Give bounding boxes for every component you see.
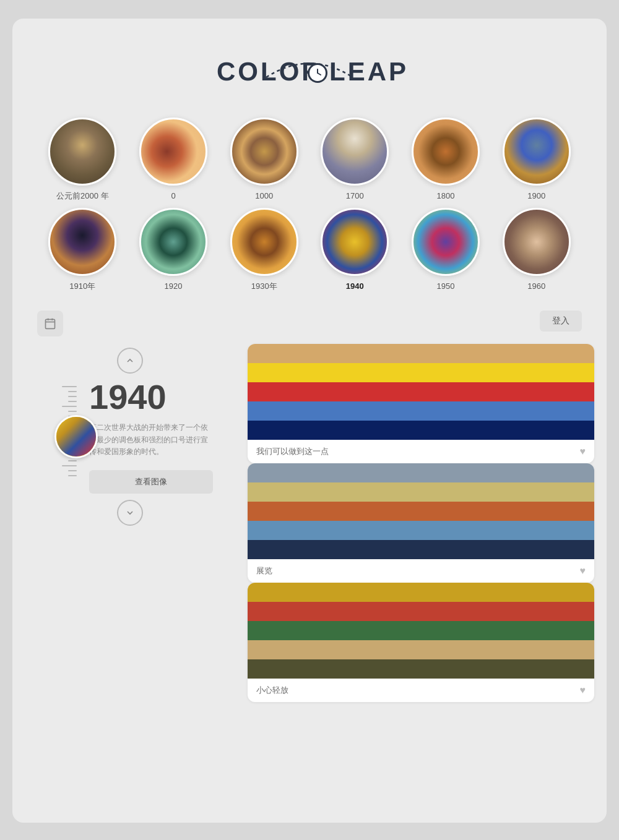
logo-container: COLOR LEAP xyxy=(204,43,415,93)
color-strip-palette2-3 xyxy=(248,521,594,540)
palette-footer-palette3: 小心轻放♥ xyxy=(248,679,594,702)
era-circle-1700 xyxy=(321,118,389,186)
era-item-0[interactable]: 0 xyxy=(128,118,219,202)
era-circle-1940 xyxy=(321,208,389,276)
ruler-tick xyxy=(68,396,77,397)
ruler-tick xyxy=(68,470,77,471)
calendar-button[interactable] xyxy=(37,311,63,336)
era-item-1700[interactable]: 1700 xyxy=(310,118,400,202)
palette-name-palette1: 我们可以做到这一点 xyxy=(256,446,329,457)
era-item-1940[interactable]: 1940 xyxy=(310,208,400,292)
palette-name-palette3: 小心轻放 xyxy=(256,685,288,696)
era-label-ancient: 公元前2000 年 xyxy=(56,191,109,202)
era-circle-1900 xyxy=(503,118,571,186)
color-strip-palette3-0 xyxy=(248,583,594,602)
left-panel: 1940 第二次世界大战的开始带来了一个依赖最少的调色板和强烈的口号进行宣传和爱… xyxy=(25,311,235,702)
ruler-tick xyxy=(62,406,77,407)
era-label-1900: 1900 xyxy=(527,191,545,202)
color-strip-palette1-0 xyxy=(248,344,594,363)
era-circle-1000 xyxy=(230,118,298,186)
heart-icon-palette2[interactable]: ♥ xyxy=(580,565,586,576)
ruler-tick xyxy=(68,475,77,476)
color-strip-palette1-4 xyxy=(248,421,594,440)
palette-card-palette1: 我们可以做到这一点♥ xyxy=(248,344,594,463)
timeline-content: 1940 第二次世界大战的开始带来了一个依赖最少的调色板和强烈的口号进行宣传和爱… xyxy=(89,380,213,494)
ruler-tick xyxy=(68,391,77,392)
palette-strips-palette3 xyxy=(248,583,594,679)
svg-text:LEAP: LEAP xyxy=(329,57,409,86)
bottom-section: 1940 第二次世界大战的开始带来了一个依赖最少的调色板和强烈的口号进行宣传和爱… xyxy=(12,292,607,702)
era-label-1930: 1930年 xyxy=(251,281,277,292)
era-label-1800: 1800 xyxy=(437,191,455,202)
color-strip-palette3-3 xyxy=(248,640,594,659)
svg-text:COLOR: COLOR xyxy=(217,57,323,86)
era-circle-1910 xyxy=(48,208,116,276)
era-label-1940: 1940 xyxy=(346,281,364,292)
timeline-center: 1940 第二次世界大战的开始带来了一个依赖最少的调色板和强烈的口号进行宣传和爱… xyxy=(25,380,235,494)
color-strip-palette3-4 xyxy=(248,659,594,679)
era-label-1910: 1910年 xyxy=(69,281,95,292)
color-strip-palette3-2 xyxy=(248,621,594,640)
era-label-1950: 1950 xyxy=(437,281,455,292)
era-circle-1930 xyxy=(230,208,298,276)
timeline-nav-down-button[interactable] xyxy=(117,500,143,526)
heart-icon-palette3[interactable]: ♥ xyxy=(580,685,586,696)
era-label-0: 0 xyxy=(171,191,175,202)
color-strip-palette1-2 xyxy=(248,382,594,401)
right-panel: 登入 我们可以做到这一点♥展览♥小心轻放♥ xyxy=(235,311,594,702)
heart-icon-palette1[interactable]: ♥ xyxy=(580,446,586,457)
ruler-tick xyxy=(62,465,77,466)
era-circle-ancient xyxy=(48,118,116,186)
timeline-area: 1940 第二次世界大战的开始带来了一个依赖最少的调色板和强烈的口号进行宣传和爱… xyxy=(25,348,235,526)
era-item-1900[interactable]: 1900 xyxy=(491,118,582,202)
timeline-year: 1940 xyxy=(89,380,213,414)
color-strip-palette2-4 xyxy=(248,540,594,559)
era-label-1000: 1000 xyxy=(255,191,273,202)
era-circle-1920 xyxy=(139,208,207,276)
logo-svg: COLOR LEAP xyxy=(204,43,415,93)
palette-name-palette2: 展览 xyxy=(256,565,272,576)
era-label-1920: 1920 xyxy=(165,281,183,292)
palette-cards-container: 我们可以做到这一点♥展览♥小心轻放♥ xyxy=(248,311,594,702)
era-item-1800[interactable]: 1800 xyxy=(400,118,491,202)
era-item-1000[interactable]: 1000 xyxy=(219,118,310,202)
era-circle-0 xyxy=(139,118,207,186)
era-item-1920[interactable]: 1920 xyxy=(128,208,219,292)
era-label-1700: 1700 xyxy=(346,191,364,202)
color-strip-palette2-0 xyxy=(248,463,594,482)
era-label-1960: 1960 xyxy=(527,281,545,292)
color-strip-palette2-2 xyxy=(248,502,594,521)
color-strip-palette1-3 xyxy=(248,401,594,421)
palette-strips-palette2 xyxy=(248,463,594,559)
color-strip-palette2-1 xyxy=(248,482,594,502)
timeline-avatar xyxy=(54,415,98,458)
header: COLOR LEAP xyxy=(12,19,607,105)
color-strip-palette1-1 xyxy=(248,363,594,382)
palette-strips-palette1 xyxy=(248,344,594,440)
timeline-nav-up-button[interactable] xyxy=(117,348,143,374)
palette-card-palette2: 展览♥ xyxy=(248,463,594,583)
timeline-description: 第二次世界大战的开始带来了一个依赖最少的调色板和强烈的口号进行宣传和爱国形象的时… xyxy=(89,422,213,458)
palette-footer-palette2: 展览♥ xyxy=(248,559,594,583)
era-item-1910[interactable]: 1910年 xyxy=(37,208,128,292)
palette-card-palette3: 小心轻放♥ xyxy=(248,583,594,702)
era-item-ancient[interactable]: 公元前2000 年 xyxy=(37,118,128,202)
era-grid: 公元前2000 年010001700180019001910年19201930年… xyxy=(12,105,607,292)
ruler-tick xyxy=(62,386,77,387)
view-images-button[interactable]: 查看图像 xyxy=(89,470,213,494)
palette-footer-palette1: 我们可以做到这一点♥ xyxy=(248,440,594,463)
ruler-tick xyxy=(68,401,77,402)
login-button[interactable]: 登入 xyxy=(540,311,582,332)
ruler-tick xyxy=(68,460,77,461)
ruler-tick xyxy=(68,411,77,412)
era-item-1950[interactable]: 1950 xyxy=(400,208,491,292)
era-circle-1950 xyxy=(412,208,480,276)
page-container: COLOR LEAP 公元前2000 年01000170018001900191… xyxy=(12,19,607,823)
era-item-1960[interactable]: 1960 xyxy=(491,208,582,292)
svg-rect-6 xyxy=(46,320,55,329)
era-item-1930[interactable]: 1930年 xyxy=(219,208,310,292)
color-strip-palette3-1 xyxy=(248,602,594,621)
era-circle-1960 xyxy=(503,208,571,276)
era-circle-1800 xyxy=(412,118,480,186)
